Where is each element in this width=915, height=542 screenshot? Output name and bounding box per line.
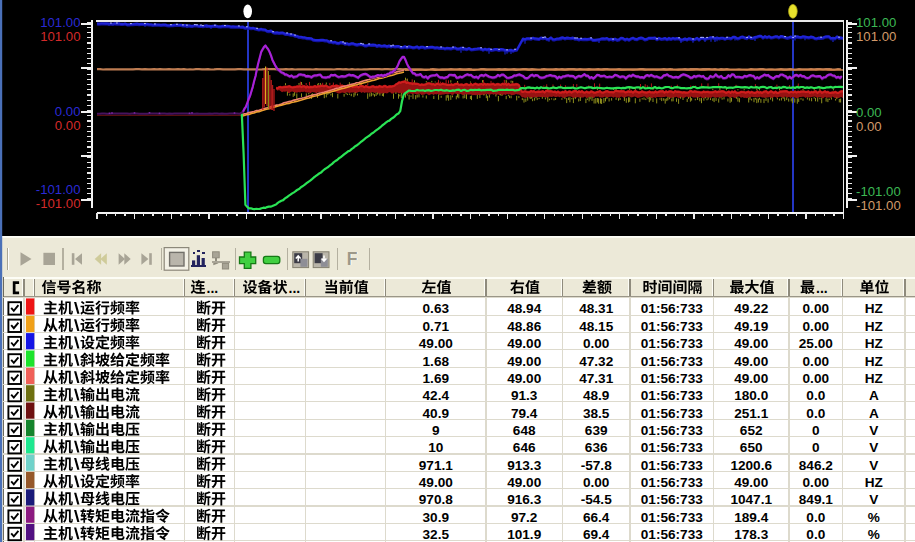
svg-text:636: 636: [585, 440, 608, 455]
svg-text:HZ: HZ: [865, 336, 883, 351]
svg-text:1200.6: 1200.6: [730, 458, 772, 473]
svg-text:01:56:733: 01:56:733: [641, 406, 703, 421]
svg-text:HZ: HZ: [865, 319, 883, 334]
svg-text:49.22: 49.22: [734, 301, 768, 316]
svg-text:1.68: 1.68: [423, 354, 450, 369]
svg-text:101.00: 101.00: [856, 15, 896, 30]
svg-text:0.00: 0.00: [856, 119, 882, 134]
svg-text:48.15: 48.15: [579, 319, 613, 334]
svg-text:97.2: 97.2: [511, 510, 538, 525]
svg-text:101.00: 101.00: [856, 29, 896, 44]
svg-text:101.9: 101.9: [507, 527, 541, 542]
svg-text:F: F: [347, 249, 358, 269]
svg-text:A: A: [869, 388, 879, 403]
svg-text:0: 0: [812, 440, 820, 455]
svg-text:178.3: 178.3: [734, 527, 768, 542]
svg-text:01:56:733: 01:56:733: [641, 510, 703, 525]
svg-text:846.2: 846.2: [799, 458, 833, 473]
svg-text:49.00: 49.00: [507, 371, 541, 386]
svg-text:...: ...: [289, 280, 301, 296]
svg-text:48.9: 48.9: [583, 388, 610, 403]
svg-text:251.1: 251.1: [734, 406, 768, 421]
svg-text:0.00: 0.00: [803, 354, 829, 369]
svg-text:01:56:733: 01:56:733: [641, 527, 703, 542]
svg-text:V: V: [869, 440, 878, 455]
svg-text:47.31: 47.31: [579, 371, 613, 386]
svg-text:49.00: 49.00: [507, 336, 541, 351]
svg-text:0.0: 0.0: [806, 527, 825, 542]
svg-text:V: V: [869, 458, 878, 473]
svg-text:-54.5: -54.5: [581, 492, 612, 507]
svg-text:01:56:733: 01:56:733: [641, 475, 703, 490]
svg-text:49.00: 49.00: [734, 354, 768, 369]
svg-text:HZ: HZ: [865, 371, 883, 386]
svg-text:0: 0: [812, 423, 820, 438]
svg-text:A: A: [869, 406, 879, 421]
svg-text:0.00: 0.00: [583, 475, 609, 490]
svg-text:01:56:733: 01:56:733: [641, 423, 703, 438]
svg-text:91.3: 91.3: [511, 388, 538, 403]
svg-text:49.19: 49.19: [734, 319, 768, 334]
svg-text:639: 639: [585, 423, 608, 438]
svg-text:913.3: 913.3: [507, 458, 541, 473]
svg-text:HZ: HZ: [865, 475, 883, 490]
svg-text:01:56:733: 01:56:733: [641, 492, 703, 507]
svg-text:48.94: 48.94: [507, 301, 541, 316]
svg-text:49.00: 49.00: [734, 475, 768, 490]
svg-text:40.9: 40.9: [423, 406, 450, 421]
svg-text:48.31: 48.31: [579, 301, 613, 316]
svg-text:V: V: [869, 492, 878, 507]
svg-text:0.00: 0.00: [803, 475, 829, 490]
svg-text:1047.1: 1047.1: [730, 492, 772, 507]
svg-text:970.8: 970.8: [419, 492, 453, 507]
svg-text:0.00: 0.00: [583, 336, 609, 351]
svg-text:-101.00: -101.00: [856, 198, 901, 213]
svg-text:-101.00: -101.00: [856, 184, 901, 199]
svg-text:30.9: 30.9: [423, 510, 450, 525]
svg-text:48.86: 48.86: [507, 319, 541, 334]
svg-text:189.4: 189.4: [734, 510, 768, 525]
svg-text:01:56:733: 01:56:733: [641, 388, 703, 403]
svg-text:HZ: HZ: [865, 301, 883, 316]
svg-text:0.0: 0.0: [806, 406, 825, 421]
svg-text:%: %: [868, 527, 880, 542]
svg-text:01:56:733: 01:56:733: [641, 319, 703, 334]
svg-text:42.4: 42.4: [423, 388, 450, 403]
svg-text:0.00: 0.00: [803, 371, 829, 386]
svg-text:...: ...: [816, 280, 828, 296]
svg-text:849.1: 849.1: [799, 492, 833, 507]
svg-text:49.00: 49.00: [734, 371, 768, 386]
svg-text:49.00: 49.00: [507, 354, 541, 369]
svg-text:648: 648: [513, 423, 536, 438]
svg-text:0.71: 0.71: [423, 319, 450, 334]
svg-text:-57.8: -57.8: [581, 458, 612, 473]
svg-text:0.0: 0.0: [806, 510, 825, 525]
svg-text:650: 650: [740, 440, 763, 455]
svg-text:01:56:733: 01:56:733: [641, 336, 703, 351]
svg-text:01:56:733: 01:56:733: [641, 301, 703, 316]
svg-text:-101.00: -101.00: [36, 196, 81, 211]
svg-text:01:56:733: 01:56:733: [641, 440, 703, 455]
svg-text:0.00: 0.00: [856, 105, 882, 120]
svg-text:9: 9: [432, 423, 440, 438]
svg-text:49.00: 49.00: [734, 336, 768, 351]
svg-text:01:56:733: 01:56:733: [641, 354, 703, 369]
svg-text:01:56:733: 01:56:733: [641, 371, 703, 386]
svg-text:49.00: 49.00: [507, 475, 541, 490]
svg-text:0.0: 0.0: [806, 388, 825, 403]
svg-text:79.4: 79.4: [511, 406, 538, 421]
svg-text:0.00: 0.00: [803, 301, 829, 316]
svg-text:66.4: 66.4: [583, 510, 610, 525]
svg-text:0.00: 0.00: [55, 104, 81, 119]
svg-text:01:56:733: 01:56:733: [641, 458, 703, 473]
svg-text:49.00: 49.00: [419, 336, 453, 351]
svg-text:0.00: 0.00: [803, 319, 829, 334]
svg-text:646: 646: [513, 440, 536, 455]
svg-text:0.63: 0.63: [423, 301, 450, 316]
svg-text:%: %: [868, 510, 880, 525]
svg-text:69.4: 69.4: [583, 527, 610, 542]
svg-text:...: ...: [207, 280, 219, 296]
svg-text:25.00: 25.00: [799, 336, 833, 351]
svg-text:101.00: 101.00: [40, 15, 80, 30]
svg-text:652: 652: [740, 423, 763, 438]
